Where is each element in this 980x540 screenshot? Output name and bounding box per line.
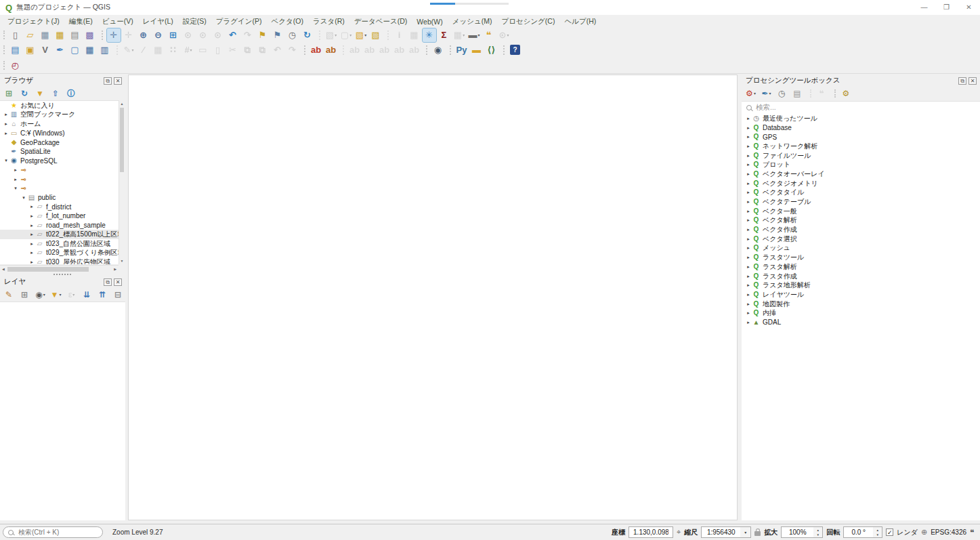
annotation-dropdown-button[interactable]: ⊙▾ xyxy=(497,28,511,42)
show-layout-manager-button[interactable]: ▩ xyxy=(83,28,97,42)
tree-expander-icon[interactable]: ▸ xyxy=(28,223,35,228)
toolbox-item-vector-selection[interactable]: ▸ Q ベクタ選択 xyxy=(742,234,980,244)
map-tips-button[interactable]: ❝ xyxy=(482,28,496,42)
rotation-spinner[interactable]: ▴▾ xyxy=(873,526,882,538)
select-by-location-button[interactable]: ▧ xyxy=(369,28,383,42)
browser-item-pg-connection-1[interactable]: ▸ ⊸ xyxy=(0,165,119,175)
rotate-label-button[interactable]: ab xyxy=(393,43,406,57)
browser-filter-button[interactable]: ▼ xyxy=(34,87,47,100)
tree-expander-icon[interactable]: ▸ xyxy=(745,144,752,149)
zoom-last-button[interactable]: ↶ xyxy=(226,28,240,42)
filter-legend-button[interactable]: ▼▾ xyxy=(49,289,62,301)
toolbox-item-layer-tools[interactable]: ▸ Q レイヤツール xyxy=(742,290,980,299)
spin-up-icon[interactable]: ▴ xyxy=(817,528,819,533)
tree-expander-icon[interactable]: ▸ xyxy=(745,245,752,251)
scroll-right-icon[interactable]: ▶ xyxy=(114,267,116,271)
toolbox-close-button[interactable]: ✕ xyxy=(968,77,977,85)
browser-add-layers-button[interactable]: ⊞ xyxy=(3,87,16,100)
browser-vertical-scrollbar[interactable]: ▲ ▼ xyxy=(119,100,125,264)
tree-expander-icon[interactable]: ▸ xyxy=(745,255,752,260)
python-console-button[interactable]: Py xyxy=(455,43,469,57)
toolbox-item-cartography[interactable]: ▸ Q 地図製作 xyxy=(742,299,980,309)
browser-item-table-f-district[interactable]: ▸ ▱ f_district xyxy=(0,203,119,212)
toolbox-history-button[interactable]: ◷ xyxy=(775,87,788,100)
scroll-up-icon[interactable]: ▲ xyxy=(119,100,125,107)
statistical-summary-button[interactable]: Σ xyxy=(438,28,451,42)
layer-labeling-button[interactable]: ab xyxy=(310,43,323,57)
paste-features-button[interactable]: ⧉ xyxy=(256,43,270,57)
tree-expander-icon[interactable]: ▸ xyxy=(3,112,9,117)
zoom-next-button[interactable]: ↷ xyxy=(241,28,255,42)
save-project-button[interactable]: ▦ xyxy=(39,28,52,42)
menu-item[interactable]: Web(W) xyxy=(412,16,447,27)
map-canvas[interactable] xyxy=(128,75,738,520)
modify-attributes-button[interactable]: ▭ xyxy=(196,43,210,57)
deselect-features-button[interactable]: ▢▾ xyxy=(339,28,353,42)
collapse-all-layers-button[interactable]: ⇈ xyxy=(96,289,109,301)
cut-features-button[interactable]: ✂ xyxy=(226,43,240,57)
tree-expander-icon[interactable]: ▸ xyxy=(28,241,35,247)
toolbox-item-vector-analysis[interactable]: ▸ Q ベクタ解析 xyxy=(742,216,980,226)
pan-to-selection-button[interactable]: ✛ xyxy=(122,28,135,42)
new-project-button[interactable]: ▯ xyxy=(9,28,22,42)
refresh-map-button[interactable]: ↻ xyxy=(301,28,314,42)
toolbox-item-database[interactable]: ▸ Q Database xyxy=(742,123,980,133)
coordinate-input[interactable] xyxy=(629,526,673,538)
locator-search-input[interactable] xyxy=(17,528,98,537)
browser-refresh-button[interactable]: ↻ xyxy=(18,87,31,100)
browser-properties-button[interactable]: ⓘ xyxy=(65,87,78,100)
magnifier-input[interactable] xyxy=(781,526,813,538)
tree-expander-icon[interactable]: ▸ xyxy=(12,177,19,182)
toolbox-item-recent-tools[interactable]: ▸ ◷ 最近使ったツール xyxy=(742,114,980,123)
menu-item[interactable]: データベース(D) xyxy=(349,16,412,28)
rotation-input[interactable] xyxy=(843,526,873,538)
tree-expander-icon[interactable]: ▸ xyxy=(745,209,752,214)
scrollbar-thumb[interactable] xyxy=(120,108,124,172)
browser-item-c-drive[interactable]: ▸ ▭ C:¥ (Windows) xyxy=(0,129,119,138)
magnifier-value[interactable] xyxy=(784,528,811,537)
toolbox-item-vector-tiles[interactable]: ▸ Q ベクタタイル xyxy=(742,188,980,198)
xml-tools-button[interactable]: ⟨⟩ xyxy=(485,43,498,57)
show-spatial-bookmarks-button[interactable]: ⚑ xyxy=(271,28,284,42)
tree-expander-icon[interactable]: ▸ xyxy=(745,125,752,131)
current-edits-button[interactable]: ∕ xyxy=(137,43,150,57)
toolbox-search-input[interactable]: 検索... xyxy=(742,102,980,115)
scale-input[interactable] xyxy=(701,526,740,538)
scroll-down-icon[interactable]: ▼ xyxy=(119,257,125,264)
tree-expander-icon[interactable]: ▸ xyxy=(12,167,19,173)
extents-toggle-icon[interactable]: ⌖ xyxy=(677,528,681,537)
toolbox-item-gps[interactable]: ▸ Q GPS xyxy=(742,132,980,142)
browser-item-pg-connection-2[interactable]: ▸ ⊸ xyxy=(0,175,119,184)
browser-item-table-t022[interactable]: ▸ ▱ t022_標高1500m以上区域 xyxy=(0,230,119,239)
toolbox-item-raster-tools[interactable]: ▸ Q ラスタツール xyxy=(742,253,980,262)
measure-button[interactable]: ▬▾ xyxy=(467,28,481,42)
toolbox-item-raster-creation[interactable]: ▸ Q ラスタ作成 xyxy=(742,272,980,281)
scale-dropdown-button[interactable]: ▾ xyxy=(740,526,751,538)
tree-expander-icon[interactable]: ▸ xyxy=(745,302,752,307)
toolbox-item-file-tools[interactable]: ▸ Q ファイルツール xyxy=(742,151,980,161)
toolbox-item-vector-table[interactable]: ▸ Q ベクタテーブル xyxy=(742,197,980,207)
minimize-button[interactable]: — xyxy=(913,0,935,15)
scrollbar-thumb[interactable] xyxy=(7,267,89,272)
select-features-button[interactable]: ▧▾ xyxy=(324,28,338,42)
tree-expander-icon[interactable]: ▸ xyxy=(745,190,752,195)
toolbox-item-vector-overlay[interactable]: ▸ Q ベクタオーバーレイ xyxy=(742,169,980,179)
tree-expander-icon[interactable]: ▸ xyxy=(28,213,35,219)
tree-expander-icon[interactable]: ▸ xyxy=(745,310,752,316)
zoom-to-native-resolution-button[interactable]: ⊙ xyxy=(211,28,225,42)
temporal-controller-panel-button[interactable]: ◴ xyxy=(9,58,22,72)
browser-item-table-t030[interactable]: ▸ ▱ t030_屋外広告物区域 xyxy=(0,257,119,264)
menu-item[interactable]: プロジェクト(J) xyxy=(3,16,64,28)
new-temporary-scratch-layer-button[interactable]: ▢ xyxy=(68,43,82,57)
metasearch-button[interactable]: ◉ xyxy=(431,43,445,57)
undo-button[interactable]: ↶ xyxy=(271,43,284,57)
add-feature-button[interactable]: ∷ xyxy=(167,43,180,57)
tree-expander-icon[interactable]: ▸ xyxy=(745,236,752,242)
open-attribute-table-button[interactable]: ▦ xyxy=(408,28,421,42)
temporal-controller-button[interactable]: ◷ xyxy=(286,28,299,42)
magnifier-spinner[interactable]: ▴▾ xyxy=(813,526,823,538)
browser-item-spatial-bookmarks[interactable]: ▸ ▥ 空間ブックマーク xyxy=(0,110,119,120)
browser-item-table-f-lot-number[interactable]: ▸ ▱ f_lot_number xyxy=(0,211,119,221)
render-checkbox[interactable]: ✓ xyxy=(886,528,893,536)
filter-by-expression-button[interactable]: ε▾ xyxy=(65,289,78,301)
